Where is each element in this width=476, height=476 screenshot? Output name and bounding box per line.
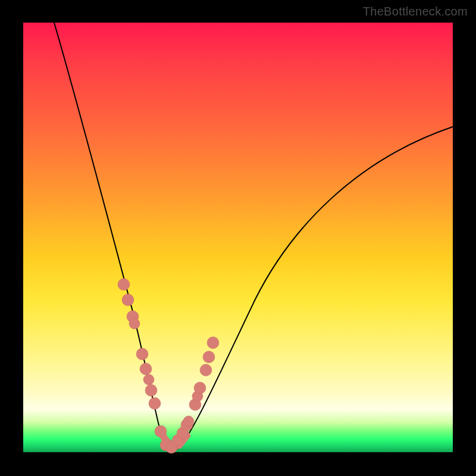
chart-svg: [23, 23, 453, 452]
svg-point-21: [207, 337, 219, 349]
svg-point-20: [203, 351, 215, 363]
svg-point-4: [136, 348, 148, 360]
bead-group: [118, 278, 219, 453]
svg-point-7: [145, 384, 157, 396]
svg-point-9: [155, 425, 167, 437]
svg-point-5: [140, 363, 152, 375]
svg-point-0: [118, 278, 130, 290]
svg-point-1: [122, 294, 134, 306]
curve-path: [54, 23, 453, 449]
svg-point-3: [129, 318, 140, 329]
svg-point-6: [143, 374, 154, 385]
svg-point-18: [194, 382, 206, 394]
watermark-text: TheBottleneck.com: [363, 5, 468, 18]
svg-point-19: [200, 364, 212, 376]
svg-point-8: [149, 397, 161, 409]
svg-point-15: [183, 416, 194, 427]
